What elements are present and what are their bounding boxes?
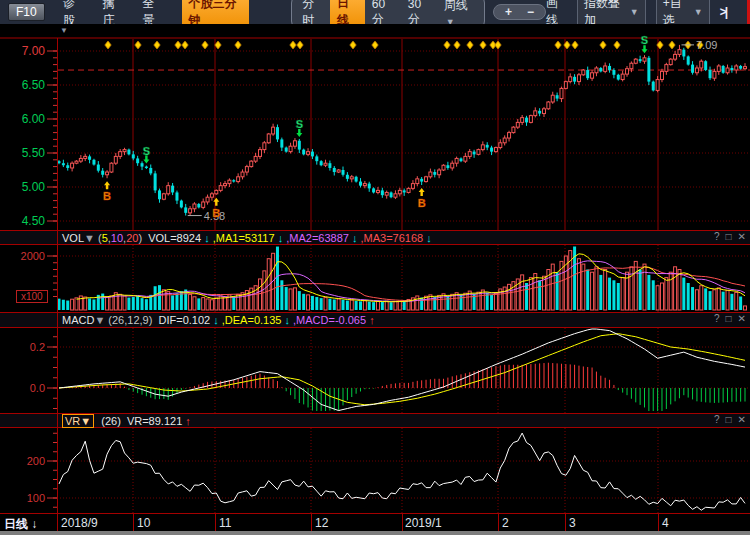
candlestick-chart[interactable]: 7.006.506.005.505.004.507.094.58BBBSSS xyxy=(0,24,750,230)
chevron-down-icon: ▼ xyxy=(694,7,703,17)
svg-text:S: S xyxy=(641,34,648,46)
x-axis-label: 12 xyxy=(315,516,328,530)
vr-chart[interactable]: 200100 xyxy=(0,428,750,513)
vr-header-text: VR▼ (26) VR=89.121 ↑ xyxy=(62,414,191,428)
svg-text:5.50: 5.50 xyxy=(22,146,46,160)
zoom-pill: + − xyxy=(493,4,546,20)
month-grid-line xyxy=(133,514,134,531)
vr-header[interactable]: VR▼ (26) VR=89.121 ↑ ? □ ✕ xyxy=(0,413,750,428)
chevron-down-icon: ▼ xyxy=(630,7,639,17)
svg-text:S: S xyxy=(143,145,150,157)
toolbar: F10 诊股 擒庄 全景 个股三分钟 分时 日线 60分 30分 周线▼ + −… xyxy=(0,0,750,24)
pane-window-icons: ? □ ✕ xyxy=(714,414,746,425)
svg-text:0.2: 0.2 xyxy=(30,341,45,353)
svg-text:0.0: 0.0 xyxy=(30,382,45,394)
svg-text:5.00: 5.00 xyxy=(22,180,46,194)
svg-text:100: 100 xyxy=(27,492,45,504)
macd-header-text: MACD▼ (26,12,9) DIF=0.102 ↓ ,DEA=0.135 ↓… xyxy=(62,314,375,326)
zoom-in-button[interactable]: + xyxy=(505,5,512,19)
close-icon[interactable]: ✕ xyxy=(738,313,746,324)
close-icon[interactable]: ✕ xyxy=(738,414,746,425)
x-axis-label: 11 xyxy=(219,516,231,530)
x-axis: 日线 ↓ 2018/91011122019/1234 xyxy=(0,513,750,531)
month-grid-line xyxy=(402,514,403,531)
month-grid-line xyxy=(311,514,312,531)
f10-button[interactable]: F10 xyxy=(8,3,45,21)
volume-unit-badge: x100 xyxy=(16,290,48,303)
svg-text:4.50: 4.50 xyxy=(22,214,46,228)
vr-line xyxy=(59,433,745,510)
help-icon[interactable]: ? xyxy=(714,231,720,242)
help-icon[interactable]: ? xyxy=(714,313,720,324)
svg-text:S: S xyxy=(296,118,303,130)
close-icon[interactable]: ✕ xyxy=(738,231,746,242)
svg-text:200: 200 xyxy=(27,455,45,467)
help-icon[interactable]: ? xyxy=(714,414,720,425)
pane-window-icons: ? □ ✕ xyxy=(714,313,746,324)
x-axis-label: 2018/9 xyxy=(61,516,98,530)
month-grid-line xyxy=(215,514,216,531)
restore-icon[interactable]: □ xyxy=(726,231,732,242)
svg-text:B: B xyxy=(103,190,111,202)
svg-text:7.09: 7.09 xyxy=(696,39,717,51)
x-axis-label: 10 xyxy=(137,516,150,530)
volume-pane[interactable]: 2000 x100 xyxy=(0,245,750,312)
month-grid-line xyxy=(565,514,566,531)
x-axis-label: 3 xyxy=(569,516,576,530)
x-axis-label: 2019/1 xyxy=(405,516,442,530)
svg-text:B: B xyxy=(212,207,220,219)
vol-header[interactable]: VOL▼ (5,10,20) VOL=8924 ↓ ,MA1=53117 ↓ ,… xyxy=(0,230,750,245)
macd-header[interactable]: MACD▼ (26,12,9) DIF=0.102 ↓ ,DEA=0.135 ↓… xyxy=(0,312,750,328)
main-chart-pane[interactable]: ▼ 7.006.506.005.505.004.507.094.58BBBSSS xyxy=(0,24,750,230)
macd-pane[interactable]: 0.20.0 xyxy=(0,328,750,413)
signal-diamonds xyxy=(105,41,703,49)
bottom-scrollbar-strip[interactable] xyxy=(0,531,750,535)
collapse-panel-icon[interactable]: >| xyxy=(720,5,726,19)
svg-text:6.50: 6.50 xyxy=(22,78,46,92)
arrow-down-icon: ↓ xyxy=(31,517,37,531)
axis-spine-tick xyxy=(57,514,58,531)
month-grid-line xyxy=(658,514,659,531)
dif-line xyxy=(59,329,745,411)
restore-icon[interactable]: □ xyxy=(726,414,732,425)
x-axis-label: 4 xyxy=(662,516,669,530)
main-indicator-dropdown[interactable]: ▼ xyxy=(60,26,68,35)
zoom-out-button[interactable]: − xyxy=(527,5,534,19)
period-indicator[interactable]: 日线 ↓ xyxy=(4,516,37,533)
x-axis-label: 2 xyxy=(502,516,509,530)
trade-signal-markers: BBBSSS xyxy=(103,34,648,219)
svg-text:7.00: 7.00 xyxy=(22,44,46,58)
macd-chart[interactable]: 0.20.0 xyxy=(0,328,750,413)
restore-icon[interactable]: □ xyxy=(726,313,732,324)
svg-text:B: B xyxy=(418,197,426,209)
month-grid-line xyxy=(498,514,499,531)
svg-text:2000: 2000 xyxy=(21,250,45,262)
stock-chart-window: F10 诊股 擒庄 全景 个股三分钟 分时 日线 60分 30分 周线▼ + −… xyxy=(0,0,750,535)
pane-window-icons: ? □ ✕ xyxy=(714,231,746,242)
vol-header-text: VOL▼ (5,10,20) VOL=8924 ↓ ,MA1=53117 ↓ ,… xyxy=(62,232,432,244)
svg-text:6.00: 6.00 xyxy=(22,112,46,126)
vr-pane[interactable]: 200100 xyxy=(0,428,750,513)
volume-chart[interactable]: 2000 xyxy=(0,245,750,312)
